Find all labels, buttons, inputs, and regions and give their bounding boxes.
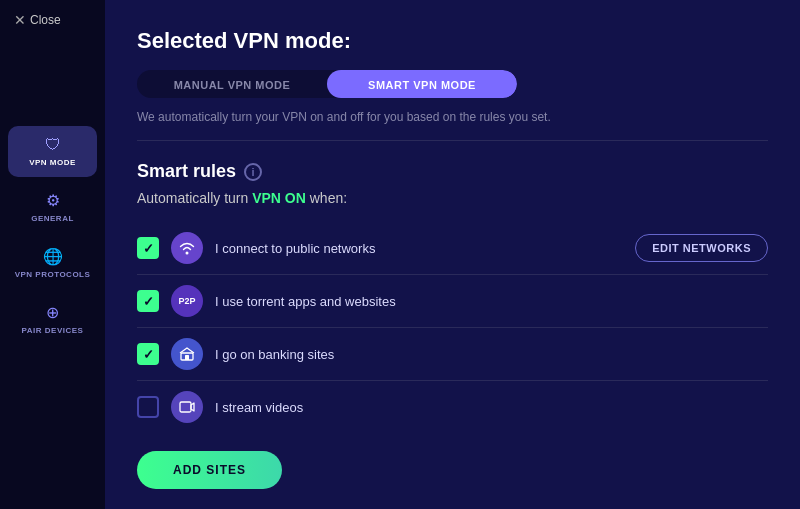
add-sites-button[interactable]: ADD SITES [137,451,282,489]
auto-label-prefix: Automatically turn [137,190,252,206]
checkbox-video[interactable] [137,396,159,418]
close-label: Close [30,13,61,27]
sidebar-nav: 🛡 VPN MODE ⚙ GENERAL 🌐 VPN PROTOCOLS ⊕ P… [0,126,105,345]
info-icon[interactable]: i [244,163,262,181]
edit-networks-button[interactable]: EDIT NETWORKS [635,234,768,262]
checkmark-icon: ✓ [143,348,154,361]
sidebar-item-vpn-protocols[interactable]: 🌐 VPN PROTOCOLS [8,237,97,289]
sidebar: 🛡 VPN MODE ⚙ GENERAL 🌐 VPN PROTOCOLS ⊕ P… [0,0,105,509]
gear-icon: ⚙ [46,191,60,210]
rule-label-torrent: I use torrent apps and websites [215,294,768,309]
sidebar-item-pair-devices[interactable]: ⊕ PAIR DEVICES [8,293,97,345]
auto-label-suffix: when: [306,190,347,206]
checkmark-icon: ✓ [143,295,154,308]
rule-label-public-networks: I connect to public networks [215,241,623,256]
mode-description: We automatically turn your VPN on and of… [137,110,768,141]
page-title: Selected VPN mode: [137,28,768,54]
sidebar-item-general[interactable]: ⚙ GENERAL [8,181,97,233]
sidebar-item-label-general: GENERAL [31,214,74,223]
sidebar-item-vpn-mode[interactable]: 🛡 VPN MODE [8,126,97,177]
manual-vpn-mode-button[interactable]: MANUAL VPN MODE [137,70,327,98]
smart-vpn-mode-button[interactable]: SMART VPN MODE [327,70,517,98]
p2p-icon-circle: P2P [171,285,203,317]
bank-icon-circle [171,338,203,370]
sidebar-item-label-vpn-protocols: VPN PROTOCOLS [15,270,91,279]
sidebar-item-label-vpn-mode: VPN MODE [29,158,76,167]
vpn-on-label: VPN ON [252,190,306,206]
top-bar: ✕ Close [0,0,105,40]
close-button[interactable]: ✕ Close [8,8,67,32]
wifi-icon-circle [171,232,203,264]
rule-item-public-networks: ✓ I connect to public networks EDIT NETW… [137,222,768,275]
svg-rect-1 [185,355,189,360]
auto-label: Automatically turn VPN ON when: [137,190,768,206]
rule-item-video: I stream videos [137,381,768,433]
mode-toggle: MANUAL VPN MODE SMART VPN MODE [137,70,517,98]
checkbox-torrent[interactable]: ✓ [137,290,159,312]
sidebar-header [0,52,105,68]
video-icon-circle [171,391,203,423]
plus-circle-icon: ⊕ [46,303,59,322]
sidebar-item-label-pair-devices: PAIR DEVICES [22,326,84,335]
rule-label-video: I stream videos [215,400,768,415]
rule-item-torrent: ✓ P2P I use torrent apps and websites [137,275,768,328]
checkbox-banking[interactable]: ✓ [137,343,159,365]
shield-icon: 🛡 [45,136,61,154]
smart-rules-title: Smart rules [137,161,236,182]
checkmark-icon: ✓ [143,242,154,255]
rule-label-banking: I go on banking sites [215,347,768,362]
rule-item-banking: ✓ I go on banking sites [137,328,768,381]
checkbox-public-networks[interactable]: ✓ [137,237,159,259]
smart-rules-header: Smart rules i [137,161,768,182]
close-icon: ✕ [14,12,26,28]
rules-list: ✓ I connect to public networks EDIT NETW… [137,222,768,433]
svg-rect-2 [180,402,191,412]
main-content: Selected VPN mode: MANUAL VPN MODE SMART… [105,0,800,509]
globe-icon: 🌐 [43,247,63,266]
